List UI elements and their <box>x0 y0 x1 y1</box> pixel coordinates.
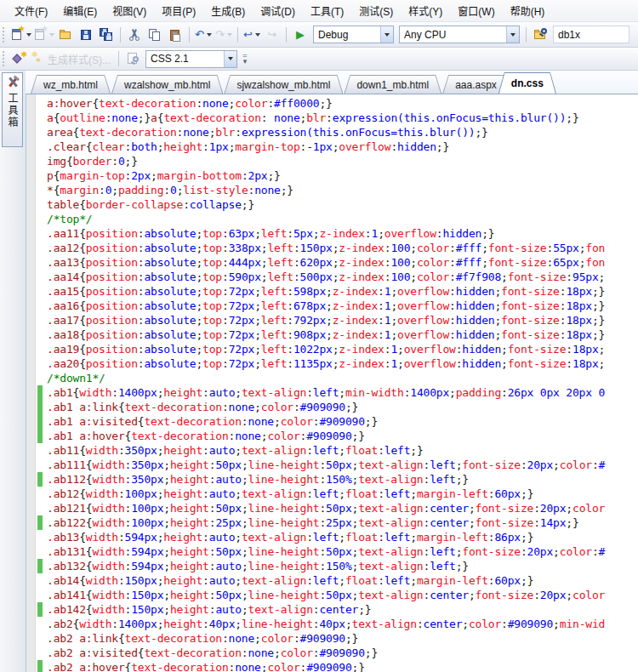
code-line-5[interactable]: img{border:0;} <box>26 154 638 168</box>
build-style-button[interactable]: ✱✱ 生成样式(S)... <box>30 48 115 69</box>
toolbar-grip[interactable] <box>2 27 6 43</box>
style-preview-button[interactable] <box>122 48 143 69</box>
css-version-dropdown-button[interactable] <box>224 51 236 67</box>
find-combobox[interactable]: db1x <box>553 26 629 43</box>
code-line-25[interactable]: .ab11{width:350px;height:auto;text-align… <box>26 443 638 458</box>
code-line-39[interactable]: .ab2 a:visited{text-decoration:none;colo… <box>26 646 638 660</box>
document-tab-down1_mb.html[interactable]: down1_mb.html <box>344 75 441 94</box>
toolbar-separator <box>526 27 527 43</box>
code-line-29[interactable]: .ab121{width:100px;height:50px;line-heig… <box>26 501 638 515</box>
copy-button[interactable] <box>145 25 165 45</box>
menu-item-5[interactable]: 调试(D) <box>253 0 303 21</box>
start-debugging-icon: ▶ <box>296 28 305 42</box>
code-text: .aa13{position:absolute;top:444px;left:6… <box>47 256 605 269</box>
save-button[interactable] <box>76 25 96 45</box>
code-line-14[interactable]: .aa15{position:absolute;top:72px;left:59… <box>26 284 638 299</box>
css-version-combobox[interactable]: CSS 2.1 <box>145 50 237 68</box>
save-all-button[interactable] <box>96 25 117 45</box>
style-preview-icon <box>126 52 140 65</box>
code-line-33[interactable]: .ab132{width:594px;height:auto;line-heig… <box>26 559 638 573</box>
menu-item-7[interactable]: 测试(S) <box>351 0 401 21</box>
code-line-31[interactable]: .ab13{width:594px;height:auto;text-align… <box>26 530 638 544</box>
code-line-22[interactable]: .ab1 a:link{text-decoration:none;color:#… <box>26 400 638 414</box>
menu-item-0[interactable]: 文件(F) <box>7 0 55 21</box>
code-line-28[interactable]: .ab12{width:100px;height:auto;text-align… <box>26 487 638 501</box>
toolbox-tab[interactable]: 工具箱 <box>2 72 23 147</box>
code-line-38[interactable]: .ab2 a:link{text-decoration:none;color:#… <box>26 631 638 646</box>
menu-item-1[interactable]: 编辑(E) <box>55 0 105 21</box>
toolbar-grip[interactable] <box>2 51 6 66</box>
code-line-40[interactable]: .ab2 a:hover{text-decoration:none;color:… <box>26 660 638 672</box>
cut-button[interactable] <box>124 25 145 45</box>
code-line-13[interactable]: .aa14{position:absolute;top:590px;left:5… <box>26 270 638 284</box>
code-line-3[interactable]: area{text-decoration:none;blr:expression… <box>26 125 638 140</box>
menu-item-10[interactable]: 帮助(H) <box>503 0 553 21</box>
solution-configuration-value: Debug <box>314 29 380 41</box>
code-line-15[interactable]: .aa16{position:absolute;top:72px;left:67… <box>26 299 638 313</box>
code-line-34[interactable]: .ab14{width:150px;height:auto;text-align… <box>26 573 638 588</box>
code-line-35[interactable]: .ab141{width:150px;height:50px;line-heig… <box>26 588 638 602</box>
menu-item-3[interactable]: 项目(P) <box>154 0 203 21</box>
code-line-36[interactable]: .ab142{width:150px;height:auto;text-alig… <box>26 602 638 617</box>
document-tab-label: wzalshow_mb.html <box>112 76 222 94</box>
code-line-11[interactable]: .aa12{position:absolute;top:338px;left:1… <box>26 241 638 255</box>
document-tab-wzalshow_mb.html[interactable]: wzalshow_mb.html <box>111 75 223 94</box>
code-line-10[interactable]: .aa11{position:absolute;top:63px;left:5p… <box>26 226 638 241</box>
menu-item-6[interactable]: 工具(T) <box>303 0 351 21</box>
document-tab-dn.css[interactable]: dn.css <box>498 72 556 94</box>
add-item-icon: ★ <box>33 28 47 42</box>
undo-button[interactable]: ↶ <box>193 25 214 45</box>
code-line-6[interactable]: p{margin-top:2px;margin-bottom:2px;} <box>26 168 638 183</box>
solution-platform-combobox[interactable]: Any CPU <box>399 26 520 43</box>
code-line-1[interactable]: a:hover{text-decoration:none;color:#ff00… <box>26 96 638 111</box>
start-debugging-button[interactable]: ▶ <box>290 25 310 45</box>
code-line-8[interactable]: table{border-collapse:collapse;} <box>26 197 638 212</box>
code-line-20[interactable]: /*down1*/ <box>26 371 638 385</box>
undo-dropdown-arrow <box>207 33 212 37</box>
add-item-button[interactable]: ★ <box>32 25 55 45</box>
change-tracking-bar <box>37 472 43 487</box>
style-sheet-toolbar: ✱ ✱✱ 生成样式(S)... CSS 2.1 =▾ <box>0 48 638 71</box>
code-line-7[interactable]: *{margin:0;padding:0;list-style:none;} <box>26 183 638 197</box>
paste-button[interactable] <box>165 25 185 45</box>
code-line-27[interactable]: .ab112{width:350px;height:auto;line-heig… <box>26 472 638 487</box>
toolbar-overflow-button[interactable]: =▾ <box>240 53 250 65</box>
menu-item-8[interactable]: 样式(Y) <box>401 0 450 21</box>
code-line-17[interactable]: .aa18{position:absolute;top:72px;left:90… <box>26 327 638 342</box>
document-tab-wz_mb.html[interactable]: wz_mb.html <box>31 75 111 94</box>
menu-item-4[interactable]: 生成(B) <box>203 0 253 21</box>
code-line-24[interactable]: .ab1 a:hover{text-decoration:none;color:… <box>26 429 638 443</box>
navigate-forward-button[interactable]: ↪ <box>262 25 282 45</box>
save-all-icon <box>100 28 113 42</box>
code-line-26[interactable]: .ab111{width:350px;height:50px;line-heig… <box>26 458 638 472</box>
code-line-4[interactable]: .clear{clear:both;height:1px;margin-top:… <box>26 140 638 154</box>
navigate-backward-button[interactable]: ↩ <box>242 25 262 45</box>
paste-icon <box>168 28 182 42</box>
code-line-12[interactable]: .aa13{position:absolute;top:444px;left:6… <box>26 255 638 270</box>
code-line-30[interactable]: .ab122{width:100px;height:25px;line-heig… <box>26 515 638 530</box>
code-line-16[interactable]: .aa17{position:absolute;top:72px;left:79… <box>26 313 638 327</box>
code-line-32[interactable]: .ab131{width:594px;height:50px;line-heig… <box>26 544 638 559</box>
code-line-9[interactable]: /*top*/ <box>26 212 638 226</box>
solution-configuration-combobox[interactable]: Debug <box>313 26 394 43</box>
menu-item-2[interactable]: 视图(V) <box>105 0 154 21</box>
code-line-18[interactable]: .aa19{position:absolute;top:72px;left:10… <box>26 342 638 356</box>
apply-styles-button[interactable]: ✱ <box>9 48 30 69</box>
document-tab-sjwzalshow_mb.html[interactable]: sjwzalshow_mb.html <box>224 75 343 94</box>
code-line-21[interactable]: .ab1{width:1400px;height:auto;text-align… <box>26 385 638 400</box>
open-file-button[interactable] <box>55 25 76 45</box>
toolbar-separator <box>120 27 121 43</box>
code-line-19[interactable]: .aa20{position:absolute;top:72px;left:11… <box>26 356 638 371</box>
find-in-files-button[interactable] <box>530 25 550 45</box>
redo-button[interactable]: ↷ <box>214 25 234 45</box>
new-item-button[interactable]: ★ <box>9 25 32 45</box>
open-folder-icon <box>59 28 72 42</box>
code-text: .clear{clear:both;height:1px;margin-top:… <box>47 140 449 153</box>
solution-platform-dropdown-button[interactable] <box>506 26 519 43</box>
code-line-37[interactable]: .ab2{width:1400px;height:40px;line-heigh… <box>26 617 638 631</box>
solution-configuration-dropdown-button[interactable] <box>380 26 393 43</box>
code-line-23[interactable]: .ab1 a:visited{text-decoration:none;colo… <box>26 414 638 429</box>
menu-item-9[interactable]: 窗口(W) <box>450 0 502 21</box>
css-code-editor[interactable]: a:hover{text-decoration:none;color:#ff00… <box>26 94 638 672</box>
code-line-2[interactable]: a{outline:none;}a{text-decoration: none;… <box>26 111 638 125</box>
